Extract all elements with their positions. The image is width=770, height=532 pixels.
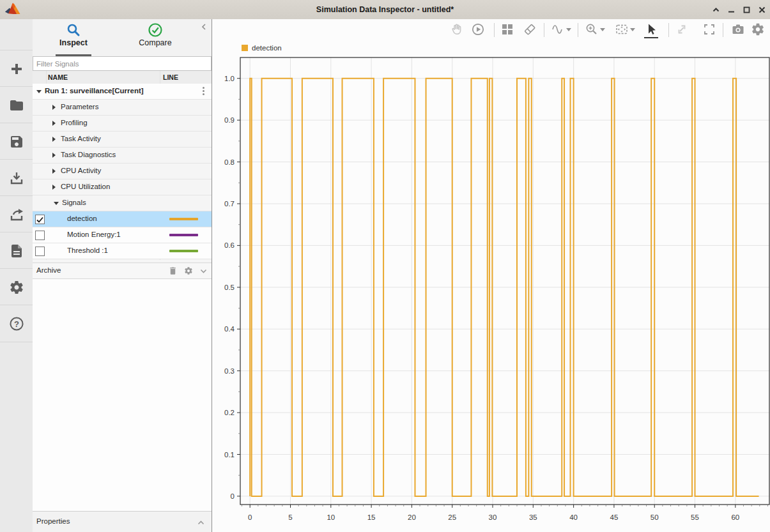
column-name: NAME bbox=[48, 73, 68, 81]
caret-down-icon[interactable] bbox=[566, 28, 571, 31]
signal-wave-icon[interactable] bbox=[551, 22, 565, 36]
fit-to-view-icon[interactable] bbox=[615, 22, 629, 36]
settings-gear-icon[interactable] bbox=[751, 22, 765, 36]
svg-text:0.1: 0.1 bbox=[224, 451, 235, 459]
svg-text:40: 40 bbox=[569, 513, 578, 521]
signal-tree: Run 1: surveillance[Current] Parameters … bbox=[33, 84, 212, 260]
left-toolbar: ? bbox=[0, 19, 33, 532]
pointer-icon[interactable] bbox=[644, 22, 658, 36]
signal-row-motion-energy[interactable]: Motion Energy:1 bbox=[33, 227, 212, 243]
chevron-collapsed-icon[interactable] bbox=[52, 121, 56, 126]
checkbox-checked[interactable] bbox=[35, 215, 45, 224]
svg-text:15: 15 bbox=[367, 513, 376, 521]
fullscreen-icon[interactable] bbox=[702, 22, 716, 36]
collapse-panel-icon[interactable] bbox=[200, 22, 208, 33]
svg-text:10: 10 bbox=[327, 513, 335, 521]
keep-above-icon[interactable] bbox=[711, 4, 721, 15]
preferences-button[interactable] bbox=[0, 268, 33, 305]
svg-text:0.9: 0.9 bbox=[224, 116, 235, 124]
svg-text:45: 45 bbox=[610, 513, 619, 521]
check-circle-icon bbox=[114, 22, 196, 38]
layout-grid-icon[interactable] bbox=[500, 22, 514, 36]
kebab-menu-icon[interactable] bbox=[201, 87, 205, 96]
line-swatch bbox=[169, 234, 198, 236]
chevron-collapsed-icon[interactable] bbox=[52, 105, 56, 110]
save-icon bbox=[9, 134, 24, 149]
tree-row-signals[interactable]: Signals bbox=[33, 195, 212, 211]
chevron-up-icon[interactable] bbox=[197, 518, 205, 529]
chevron-collapsed-icon[interactable] bbox=[52, 169, 56, 174]
svg-text:0.4: 0.4 bbox=[224, 325, 235, 333]
chevron-collapsed-icon[interactable] bbox=[52, 153, 56, 158]
tab-compare[interactable]: Compare bbox=[114, 19, 196, 56]
svg-text:0.5: 0.5 bbox=[224, 284, 235, 291]
checkbox-unchecked[interactable] bbox=[35, 247, 45, 256]
properties-bar[interactable]: Properties bbox=[33, 511, 212, 532]
import-button[interactable] bbox=[0, 159, 33, 196]
tree-row-profiling[interactable]: Profiling bbox=[33, 116, 212, 132]
svg-text:1.0: 1.0 bbox=[224, 75, 235, 82]
gear-icon[interactable] bbox=[184, 266, 193, 278]
tree-row-cpu-utilization[interactable]: CPU Utilization bbox=[33, 179, 212, 195]
zoom-in-icon[interactable] bbox=[585, 22, 599, 36]
tab-inspect-label: Inspect bbox=[33, 38, 114, 47]
signal-plot[interactable]: 05101520253035404550556000.10.20.30.40.5… bbox=[215, 55, 770, 532]
chart-panel: detection 05101520253035404550556000.10.… bbox=[212, 19, 770, 532]
export-icon bbox=[9, 207, 24, 222]
chevron-expanded-icon[interactable] bbox=[54, 202, 59, 205]
close-icon[interactable] bbox=[757, 4, 767, 15]
chevron-expanded-icon[interactable] bbox=[36, 90, 42, 93]
svg-text:0: 0 bbox=[248, 513, 252, 521]
svg-text:35: 35 bbox=[529, 513, 537, 521]
search-input[interactable] bbox=[33, 56, 212, 71]
help-icon: ? bbox=[9, 316, 24, 331]
tree-row-task-diagnostics[interactable]: Task Diagnostics bbox=[33, 148, 212, 163]
svg-text:60: 60 bbox=[731, 513, 739, 521]
eraser-icon[interactable] bbox=[523, 22, 537, 36]
help-button[interactable]: ? bbox=[0, 305, 33, 342]
svg-text:20: 20 bbox=[408, 513, 416, 521]
checkbox-unchecked[interactable] bbox=[35, 231, 45, 240]
legend-swatch bbox=[242, 45, 248, 51]
open-folder-icon bbox=[9, 98, 24, 113]
window-controls bbox=[711, 0, 767, 19]
caret-down-icon[interactable] bbox=[630, 28, 635, 31]
tree-row-parameters[interactable]: Parameters bbox=[33, 100, 212, 116]
chevron-down-icon[interactable] bbox=[199, 266, 208, 278]
expand-icon bbox=[675, 22, 689, 36]
camera-icon[interactable] bbox=[731, 22, 745, 36]
add-button[interactable] bbox=[0, 50, 33, 87]
minimize-icon[interactable] bbox=[726, 4, 737, 15]
chevron-collapsed-icon[interactable] bbox=[52, 185, 56, 190]
svg-text:0.3: 0.3 bbox=[224, 367, 235, 375]
tree-row-task-activity[interactable]: Task Activity bbox=[33, 132, 212, 148]
chevron-collapsed-icon[interactable] bbox=[52, 137, 56, 142]
tree-row-cpu-activity[interactable]: CPU Activity bbox=[33, 163, 212, 179]
tree-row-run[interactable]: Run 1: surveillance[Current] bbox=[33, 84, 212, 100]
plot-legend: detection bbox=[242, 44, 282, 52]
archive-empty-area bbox=[33, 279, 212, 511]
open-button[interactable] bbox=[0, 86, 33, 123]
legend-label: detection bbox=[252, 44, 282, 52]
svg-text:0: 0 bbox=[231, 492, 235, 500]
export-button[interactable] bbox=[0, 195, 33, 232]
magnifier-icon bbox=[33, 22, 114, 38]
mode-tabs: Inspect Compare bbox=[33, 19, 212, 56]
signal-row-detection[interactable]: detection bbox=[33, 211, 212, 227]
titlebar: Simulation Data Inspector - untitled* bbox=[0, 0, 770, 20]
maximize-icon[interactable] bbox=[741, 4, 752, 15]
svg-text:0.6: 0.6 bbox=[224, 241, 235, 249]
tab-inspect[interactable]: Inspect bbox=[33, 19, 114, 56]
report-button[interactable] bbox=[0, 232, 33, 269]
sidebar: Inspect Compare NAME LINE Run 1: surveil… bbox=[33, 19, 212, 532]
archive-bar[interactable]: Archive bbox=[33, 262, 212, 279]
simulation-data-inspector-window: { "window": { "title": "Simulation Data … bbox=[0, 0, 770, 532]
signal-row-threshold[interactable]: Threshold :1 bbox=[33, 243, 212, 259]
trash-icon[interactable] bbox=[168, 266, 178, 278]
line-swatch bbox=[169, 250, 198, 252]
svg-text:0.7: 0.7 bbox=[224, 200, 235, 208]
replay-icon[interactable] bbox=[471, 22, 485, 36]
save-button[interactable] bbox=[0, 123, 33, 160]
caret-down-icon[interactable] bbox=[600, 28, 605, 31]
svg-text:0.8: 0.8 bbox=[224, 158, 235, 166]
